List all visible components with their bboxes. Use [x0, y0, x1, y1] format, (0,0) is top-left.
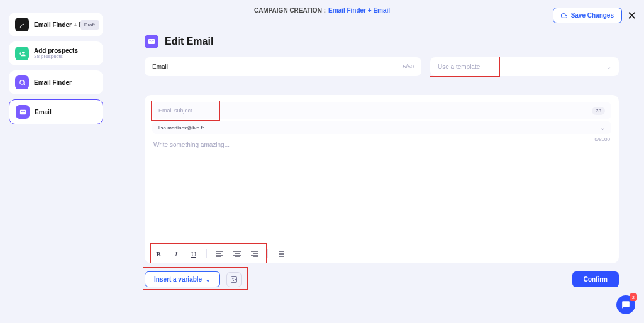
- sidebar-item-label: Email: [35, 109, 52, 116]
- cloud-icon: [561, 13, 567, 19]
- chevron-down-icon: ⌄: [600, 124, 605, 131]
- svg-text:2: 2: [277, 253, 277, 256]
- sidebar: Email Finder + Email Draft Add prospects…: [9, 13, 103, 124]
- mail-icon: [145, 35, 158, 48]
- italic-button[interactable]: I: [171, 249, 181, 258]
- email-name-counter: 5/50: [402, 63, 414, 70]
- confirm-button[interactable]: Confirm: [572, 271, 619, 287]
- bold-button[interactable]: B: [153, 249, 164, 258]
- align-center-button[interactable]: [232, 249, 242, 258]
- toolbar-divider: [267, 249, 268, 258]
- chat-icon: [621, 300, 630, 309]
- email-body-textarea[interactable]: 0/8000 Write something amazing...: [152, 138, 611, 152]
- align-right-button[interactable]: [250, 249, 260, 258]
- subject-placeholder: Email subject: [158, 107, 192, 114]
- formatting-toolbar: B I U 12: [153, 249, 286, 258]
- subject-char-badge: 78: [592, 107, 605, 115]
- ordered-list-button[interactable]: 12: [275, 249, 286, 258]
- svg-point-19: [233, 278, 234, 279]
- email-name-input[interactable]: Email 5/50: [145, 57, 421, 76]
- sidebar-item-email-finder-email[interactable]: Email Finder + Email Draft: [9, 13, 103, 36]
- sidebar-item-add-prospects[interactable]: Add prospects 38 prospects: [9, 41, 103, 65]
- mail-icon: [16, 105, 30, 119]
- align-left-button[interactable]: [214, 249, 225, 258]
- search-icon: [15, 75, 29, 89]
- breadcrumb-prefix: CAMPAIGN CREATION :: [254, 7, 326, 14]
- toolbar-divider: [206, 249, 207, 258]
- svg-point-0: [19, 80, 23, 84]
- close-icon[interactable]: ✕: [627, 9, 636, 23]
- save-changes-button[interactable]: Save Changes: [553, 8, 622, 23]
- insert-variable-label: Insert a variable: [154, 276, 202, 283]
- use-template-select[interactable]: Use a template ⌄: [430, 57, 619, 76]
- chat-notification-badge: 2: [630, 293, 637, 301]
- sidebar-item-label: Email Finder: [34, 79, 72, 86]
- email-editor-panel: Email subject 78 lisa.martinez@live.fr ⌄…: [145, 95, 619, 263]
- email-subject-input[interactable]: Email subject 78: [152, 102, 611, 119]
- insert-variable-button[interactable]: Insert a variable ⌄: [145, 271, 220, 287]
- image-icon: [230, 276, 238, 283]
- draft-badge: Draft: [80, 20, 99, 30]
- save-changes-label: Save Changes: [571, 12, 614, 19]
- sidebar-item-sublabel: 38 prospects: [34, 54, 78, 60]
- chevron-down-icon: ⌄: [206, 276, 211, 283]
- from-email-value: lisa.martinez@live.fr: [158, 125, 204, 131]
- sidebar-item-email-finder[interactable]: Email Finder: [9, 70, 103, 94]
- sidebar-item-email[interactable]: Email: [9, 99, 103, 124]
- leaf-icon: [15, 18, 29, 31]
- page-title: Edit Email: [165, 36, 213, 47]
- email-name-value: Email: [152, 63, 168, 70]
- breadcrumb-link[interactable]: Email Finder + Email: [328, 7, 390, 14]
- preview-button[interactable]: [226, 272, 242, 287]
- add-user-icon: [15, 47, 29, 60]
- body-placeholder: Write something amazing...: [153, 141, 230, 148]
- chevron-down-icon: ⌄: [606, 63, 611, 70]
- underline-button[interactable]: U: [189, 249, 199, 258]
- body-char-counter: 0/8000: [595, 136, 610, 142]
- confirm-label: Confirm: [584, 276, 608, 283]
- template-placeholder: Use a template: [438, 63, 480, 70]
- chat-support-button[interactable]: 2: [616, 295, 635, 314]
- from-email-select[interactable]: lisa.martinez@live.fr ⌄: [152, 121, 611, 134]
